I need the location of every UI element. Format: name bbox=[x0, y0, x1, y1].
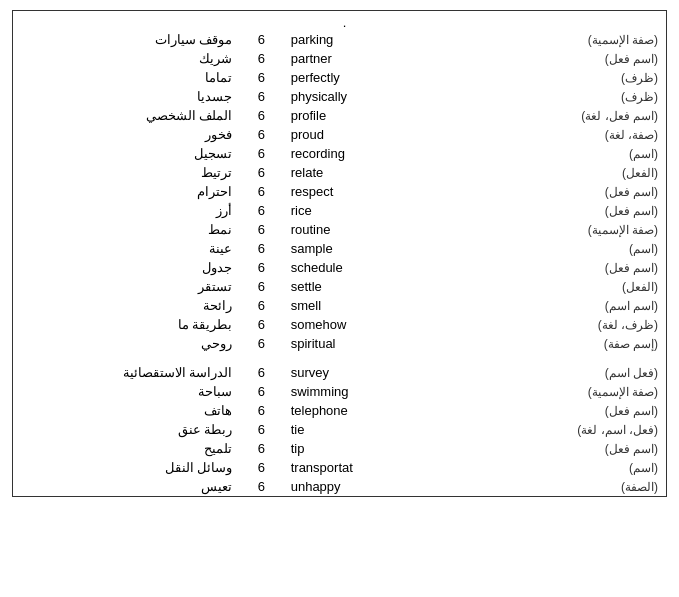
english-word: spiritual bbox=[283, 334, 439, 353]
english-word: unhappy bbox=[283, 477, 439, 496]
dot-number bbox=[240, 11, 283, 30]
arabic-word: موقف سيارات bbox=[13, 30, 240, 49]
arabic-word: نمط bbox=[13, 220, 240, 239]
level-number: 6 bbox=[240, 182, 283, 201]
grammar-tag: (ظرف، لغة) bbox=[439, 315, 666, 334]
table-row: تعيس 6 unhappy (الصفة) bbox=[13, 477, 666, 496]
arabic-word: روحي bbox=[13, 334, 240, 353]
level-number: 6 bbox=[240, 439, 283, 458]
arabic-word: رائحة bbox=[13, 296, 240, 315]
table-row: احترام 6 respect (اسم فعل) bbox=[13, 182, 666, 201]
english-word: recording bbox=[283, 144, 439, 163]
english-word: partner bbox=[283, 49, 439, 68]
english-word: profile bbox=[283, 106, 439, 125]
english-word: transportat bbox=[283, 458, 439, 477]
table-row: بطريقة ما 6 somehow (ظرف، لغة) bbox=[13, 315, 666, 334]
level-number: 6 bbox=[240, 125, 283, 144]
grammar-tag: (اسم) bbox=[439, 458, 666, 477]
level-number: 6 bbox=[240, 477, 283, 496]
table-row: هاتف 6 telephone (اسم فعل) bbox=[13, 401, 666, 420]
grammar-tag: (فعل، اسم، لغة) bbox=[439, 420, 666, 439]
level-number: 6 bbox=[240, 363, 283, 382]
level-number: 6 bbox=[240, 144, 283, 163]
arabic-word: تستقر bbox=[13, 277, 240, 296]
grammar-tag: (اسم فعل) bbox=[439, 401, 666, 420]
level-number: 6 bbox=[240, 458, 283, 477]
dot-cell bbox=[13, 11, 240, 30]
table-row: نمط 6 routine (صفة الإسمية) bbox=[13, 220, 666, 239]
grammar-tag: (فعل اسم) bbox=[439, 363, 666, 382]
arabic-word: تسجيل bbox=[13, 144, 240, 163]
english-word: physically bbox=[283, 87, 439, 106]
grammar-tag: (الصفة) bbox=[439, 477, 666, 496]
table-row: ترتيط 6 relate (الفعل) bbox=[13, 163, 666, 182]
level-number: 6 bbox=[240, 277, 283, 296]
arabic-word: وسائل النقل bbox=[13, 458, 240, 477]
grammar-tag: (إسم صفة) bbox=[439, 334, 666, 353]
grammar-tag: (صفة الإسمية) bbox=[439, 382, 666, 401]
table-row: رائحة 6 smell (اسم اسم) bbox=[13, 296, 666, 315]
table-row: تماما 6 perfectly (ظرف) bbox=[13, 68, 666, 87]
grammar-tag: (اسم) bbox=[439, 144, 666, 163]
grammar-tag: (اسم فعل) bbox=[439, 439, 666, 458]
table-row: الدراسة الاستقصائية 6 survey (فعل اسم) bbox=[13, 363, 666, 382]
level-number: 6 bbox=[240, 201, 283, 220]
level-number: 6 bbox=[240, 49, 283, 68]
table-row: تلميح 6 tip (اسم فعل) bbox=[13, 439, 666, 458]
arabic-word: تماما bbox=[13, 68, 240, 87]
level-number: 6 bbox=[240, 315, 283, 334]
table-row: شريك 6 partner (اسم فعل) bbox=[13, 49, 666, 68]
english-word: routine bbox=[283, 220, 439, 239]
english-word: telephone bbox=[283, 401, 439, 420]
level-number: 6 bbox=[240, 106, 283, 125]
dot-english: . bbox=[283, 11, 439, 30]
arabic-word: تعيس bbox=[13, 477, 240, 496]
grammar-tag: (ظرف) bbox=[439, 87, 666, 106]
table-row: تسجيل 6 recording (اسم) bbox=[13, 144, 666, 163]
grammar-tag: (الفعل) bbox=[439, 163, 666, 182]
level-number: 6 bbox=[240, 163, 283, 182]
level-number: 6 bbox=[240, 334, 283, 353]
english-word: somehow bbox=[283, 315, 439, 334]
table-row: جدول 6 schedule (اسم فعل) bbox=[13, 258, 666, 277]
arabic-word: تلميح bbox=[13, 439, 240, 458]
arabic-word: ترتيط bbox=[13, 163, 240, 182]
english-word: respect bbox=[283, 182, 439, 201]
level-number: 6 bbox=[240, 87, 283, 106]
arabic-word: بطريقة ما bbox=[13, 315, 240, 334]
grammar-tag: (ظرف) bbox=[439, 68, 666, 87]
english-word: survey bbox=[283, 363, 439, 382]
table-row: جسديا 6 physically (ظرف) bbox=[13, 87, 666, 106]
arabic-word: هاتف bbox=[13, 401, 240, 420]
table-row: ربطة عنق 6 tie (فعل، اسم، لغة) bbox=[13, 420, 666, 439]
level-number: 6 bbox=[240, 239, 283, 258]
table-row: الملف الشخصي 6 profile (اسم فعل، لغة) bbox=[13, 106, 666, 125]
grammar-tag: (صفة الإسمية) bbox=[439, 220, 666, 239]
english-word: parking bbox=[283, 30, 439, 49]
english-word: rice bbox=[283, 201, 439, 220]
table-row: وسائل النقل 6 transportat (اسم) bbox=[13, 458, 666, 477]
grammar-tag: (اسم) bbox=[439, 239, 666, 258]
level-number: 6 bbox=[240, 220, 283, 239]
level-number: 6 bbox=[240, 68, 283, 87]
arabic-word: الملف الشخصي bbox=[13, 106, 240, 125]
level-number: 6 bbox=[240, 420, 283, 439]
table-row: فخور 6 proud (صفة، لغة) bbox=[13, 125, 666, 144]
english-word: settle bbox=[283, 277, 439, 296]
arabic-word: احترام bbox=[13, 182, 240, 201]
level-number: 6 bbox=[240, 296, 283, 315]
english-word: relate bbox=[283, 163, 439, 182]
level-number: 6 bbox=[240, 30, 283, 49]
arabic-word: جدول bbox=[13, 258, 240, 277]
arabic-word: سباحة bbox=[13, 382, 240, 401]
dot-grammar bbox=[439, 11, 666, 30]
english-word: proud bbox=[283, 125, 439, 144]
table-row: موقف سيارات 6 parking (صفة الإسمية) bbox=[13, 30, 666, 49]
grammar-tag: (اسم اسم) bbox=[439, 296, 666, 315]
table-row: روحي 6 spiritual (إسم صفة) bbox=[13, 334, 666, 353]
grammar-tag: (اسم فعل) bbox=[439, 49, 666, 68]
arabic-word: فخور bbox=[13, 125, 240, 144]
level-number: 6 bbox=[240, 382, 283, 401]
grammar-tag: (الفعل) bbox=[439, 277, 666, 296]
english-word: perfectly bbox=[283, 68, 439, 87]
